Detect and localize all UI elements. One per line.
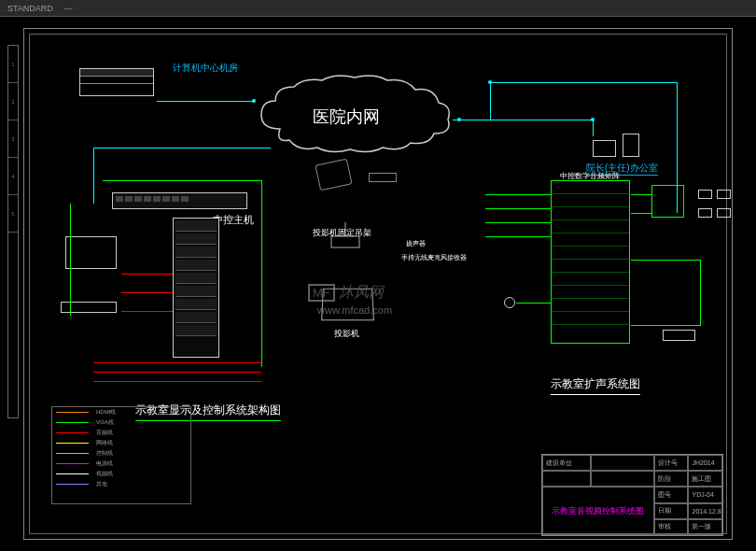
- office-computer-icon: [593, 134, 639, 161]
- title-block: 建设单位设计号JH2014 阶段施工图 示教室音视频控制系统图图号YDJ-04 …: [541, 454, 723, 536]
- connection-node: [591, 118, 595, 121]
- pc-icon: [65, 236, 117, 269]
- projector-mount-label: 投影机固定吊架: [313, 227, 371, 239]
- wire: [485, 208, 551, 209]
- speaker-text: 扬声器: [406, 239, 426, 248]
- wire: [485, 194, 551, 195]
- computer-room-label: 计算机中心机房: [173, 62, 238, 75]
- wire: [121, 292, 173, 293]
- wire: [485, 222, 551, 223]
- drawing-title: 示教室音视频控制系统图: [542, 487, 654, 535]
- legend-box: HDMI线 VGA线 音频线 网络线 控制线 电源线 视频线 其他: [51, 406, 191, 504]
- wire: [121, 274, 173, 275]
- wire: [700, 260, 701, 325]
- toolbar-item: ---: [64, 4, 73, 13]
- wire: [453, 120, 593, 120]
- connection-node: [457, 118, 461, 121]
- cad-canvas[interactable]: 12345 医院内网 计算机中心机房 院长(主任)办公室 中控主机: [0, 17, 756, 551]
- wire: [93, 148, 94, 204]
- speaker-icon: [717, 190, 731, 199]
- wire: [70, 204, 71, 316]
- power-amp-icon: [651, 185, 684, 218]
- wire: [157, 101, 255, 102]
- cloud-label: 医院内网: [313, 106, 380, 128]
- wire: [490, 82, 677, 83]
- speaker-icon: [698, 190, 712, 199]
- connection-node: [488, 80, 492, 84]
- remote-icon: [663, 330, 695, 341]
- wire: [93, 148, 271, 148]
- app-toolbar: STANDARD ---: [0, 0, 756, 17]
- wire: [631, 325, 701, 326]
- speaker-icon: [717, 208, 731, 218]
- wire: [93, 372, 261, 373]
- equipment-rack: [173, 218, 219, 358]
- wire: [103, 180, 261, 181]
- wire: [631, 213, 651, 214]
- wire: [516, 303, 551, 304]
- wire: [93, 362, 261, 363]
- mixer-label: 中控数字音频矩阵: [560, 171, 620, 181]
- wifi-ap-icon: [369, 173, 397, 182]
- microphone-icon: [504, 297, 515, 308]
- projector-label: 投影机: [334, 328, 359, 340]
- left-ruler: 12345: [7, 45, 19, 418]
- device-icon: [61, 302, 117, 313]
- wire: [631, 194, 651, 195]
- server-rack-icon: [79, 68, 154, 96]
- toolbar-item: STANDARD: [7, 4, 53, 13]
- wire: [485, 236, 551, 237]
- wire: [261, 180, 262, 367]
- connection-node: [252, 99, 256, 103]
- wire: [490, 82, 491, 120]
- wire: [121, 311, 173, 312]
- watermark-url: www.mfcad.com: [317, 304, 392, 316]
- speaker-icon: [698, 208, 712, 218]
- network-switch-icon: [112, 192, 247, 209]
- wire: [593, 120, 594, 136]
- watermark-logo: MF沐风网: [308, 283, 384, 303]
- wire: [631, 260, 701, 261]
- diagram2-title: 示教室扩声系统图: [551, 376, 640, 395]
- audio-matrix: [551, 180, 630, 344]
- wireless-mic-label: 手持无线麦克风接收器: [401, 253, 467, 262]
- wire: [93, 381, 261, 382]
